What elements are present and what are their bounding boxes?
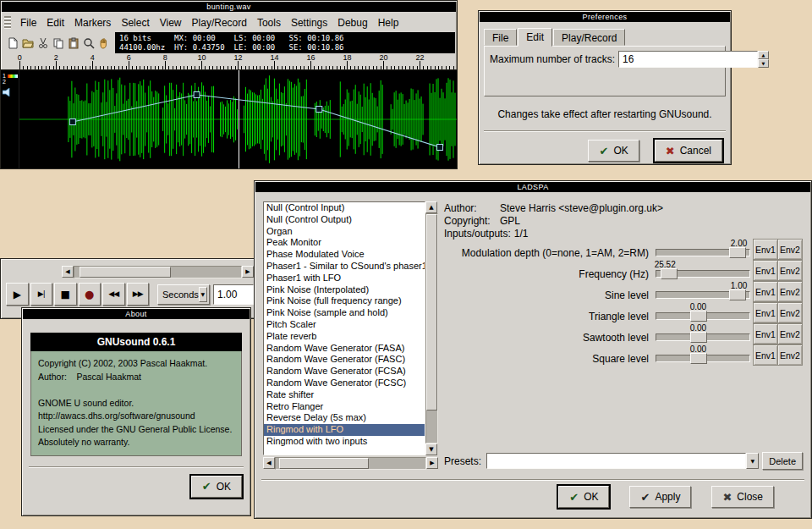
plugin-list-item[interactable]: Pink Noise (full frequency range) — [264, 295, 425, 307]
plugin-list-item[interactable]: Null (Control Input) — [264, 202, 425, 214]
env1-button[interactable]: Env1 — [753, 281, 778, 302]
scroll-right-button[interactable]: ▶ — [242, 266, 254, 278]
spin-down-button[interactable]: ▼ — [758, 59, 769, 68]
titlebar[interactable]: About — [23, 309, 250, 319]
plugin-list-item[interactable]: Reverse Delay (5s max) — [264, 412, 425, 424]
plugin-list-item[interactable]: Pink Noise (Interpolated) — [264, 284, 425, 296]
grab-button[interactable] — [96, 35, 111, 51]
titlebar[interactable]: Preferences — [480, 12, 730, 22]
plugin-list-item[interactable]: Retro Flanger — [264, 401, 425, 413]
spin-up-button[interactable]: ▲ — [758, 51, 769, 59]
close-button[interactable]: ✖Close — [711, 486, 774, 508]
plugin-list-item[interactable]: Null (Control Output) — [264, 214, 425, 226]
scroll-left-button[interactable]: ◀ — [62, 266, 74, 278]
scrollbar-thumb[interactable] — [426, 214, 437, 411]
scrollbar-trough[interactable] — [425, 213, 438, 444]
new-file-button[interactable] — [5, 35, 19, 51]
max-tracks-input[interactable] — [618, 51, 758, 68]
horizontal-scrollbar[interactable]: ◀ ▶ — [62, 266, 254, 278]
plugin-list-item[interactable]: Phase Modulated Voice — [264, 249, 425, 261]
step-input[interactable] — [213, 284, 254, 305]
envelope-handle[interactable] — [69, 119, 75, 125]
unit-select[interactable]: Seconds ▼ — [157, 284, 210, 305]
cancel-button[interactable]: ✖Cancel — [655, 140, 722, 162]
plugin-list-item[interactable]: Pitch Scaler — [264, 319, 425, 331]
ok-button[interactable]: ✔OK — [588, 140, 639, 162]
ok-button[interactable]: ✔OK — [558, 486, 609, 508]
slider-handle[interactable] — [690, 353, 707, 364]
plugin-list-item[interactable]: Phaser1 - Similar to CSound's phaser1 — [264, 261, 425, 273]
ok-button[interactable]: ✔OK — [191, 476, 242, 498]
fast-forward-button[interactable]: ▶▶ — [127, 283, 150, 306]
menu-item[interactable]: Settings — [286, 14, 332, 31]
paste-button[interactable] — [66, 35, 80, 51]
scrollbar-thumb[interactable] — [279, 458, 369, 469]
plugin-list-item[interactable]: Random Wave Generator (FASC) — [264, 354, 425, 366]
skip-to-end-button[interactable]: ▶| — [30, 283, 53, 306]
scroll-down-button[interactable]: ▼ — [425, 444, 437, 455]
speaker-icon[interactable] — [3, 88, 13, 96]
zoom-button[interactable] — [81, 35, 96, 51]
env1-button[interactable]: Env1 — [753, 260, 778, 281]
control-slider[interactable]: 0.00 — [656, 302, 750, 323]
menu-item[interactable]: Markers — [69, 14, 116, 31]
scrollbar-trough[interactable] — [275, 457, 426, 470]
plugin-list-item[interactable]: Ringmod with LFO — [264, 424, 425, 436]
slider-handle[interactable] — [690, 332, 707, 343]
control-slider[interactable]: 2.00 — [656, 239, 750, 260]
env1-button[interactable]: Env1 — [753, 302, 778, 323]
envelope-handle[interactable] — [437, 145, 443, 151]
control-slider[interactable]: 1.00 — [656, 281, 750, 302]
tab-play-record[interactable]: Play/Record — [553, 29, 625, 46]
titlebar[interactable]: LADSPA — [255, 182, 810, 192]
stop-button[interactable]: ■ — [54, 283, 77, 306]
plugin-list-item[interactable]: Plate reverb — [264, 331, 425, 343]
presets-combo[interactable]: ▼ — [486, 453, 759, 469]
plugin-list-item[interactable]: Organ — [264, 226, 425, 238]
presets-input[interactable] — [486, 453, 746, 469]
record-button[interactable]: ● — [79, 283, 102, 306]
env1-button[interactable]: Env1 — [753, 323, 778, 344]
control-slider[interactable]: 25.52 — [656, 260, 750, 281]
menu-item[interactable]: File — [15, 14, 41, 31]
env2-button[interactable]: Env2 — [777, 281, 803, 302]
envelope-handle[interactable] — [194, 92, 200, 98]
plugin-list-vertical-scrollbar[interactable]: ▲ ▼ — [425, 201, 438, 455]
plugin-list-item[interactable]: Random Wave Generator (FCSC) — [264, 377, 425, 389]
env2-button[interactable]: Env2 — [777, 323, 803, 344]
menu-item[interactable]: Edit — [41, 14, 69, 31]
scrollbar-trough[interactable] — [74, 266, 242, 278]
control-slider[interactable]: 0.00 — [656, 323, 750, 344]
presets-combo-arrow[interactable]: ▼ — [746, 453, 759, 469]
waveform-area[interactable]: 1 2 — [1, 70, 457, 168]
slider-handle[interactable] — [661, 268, 678, 279]
scroll-up-button[interactable]: ▲ — [425, 201, 437, 213]
plugin-list-item[interactable]: Ringmod with two inputs — [264, 436, 425, 448]
menu-item[interactable]: Select — [116, 14, 154, 31]
waveform-canvas[interactable] — [19, 70, 457, 168]
menu-item[interactable]: View — [155, 14, 187, 31]
slider-handle[interactable] — [729, 247, 746, 258]
plugin-list[interactable]: Null (Control Input)Null (Control Output… — [263, 201, 425, 455]
menu-item[interactable]: Play/Record — [187, 14, 252, 31]
tab-file[interactable]: File — [484, 29, 517, 46]
menu-item[interactable]: Debug — [332, 14, 372, 31]
plugin-list-item[interactable]: Phaser1 with LFO — [264, 273, 425, 284]
play-button[interactable]: ▶ — [6, 283, 29, 306]
plugin-list-horizontal-scrollbar[interactable]: ◀ ▶ — [263, 457, 438, 470]
envelope-handle[interactable] — [316, 107, 322, 113]
time-ruler[interactable]: 0246810121416182022 — [1, 53, 457, 70]
env1-button[interactable]: Env1 — [753, 239, 778, 260]
apply-button[interactable]: ✔Apply — [629, 486, 691, 508]
slider-handle[interactable] — [690, 311, 707, 322]
tab-edit[interactable]: Edit — [518, 28, 552, 47]
rewind-button[interactable]: ◀◀ — [102, 283, 125, 306]
scroll-right-button[interactable]: ▶ — [426, 457, 438, 469]
cut-button[interactable] — [36, 35, 50, 51]
env2-button[interactable]: Env2 — [777, 344, 803, 366]
menu-item[interactable]: Help — [373, 14, 404, 31]
env2-button[interactable]: Env2 — [777, 239, 803, 260]
plugin-list-item[interactable]: Pink Noise (sample and hold) — [264, 307, 425, 319]
open-file-button[interactable] — [20, 35, 35, 51]
scroll-left-button[interactable]: ◀ — [263, 457, 275, 469]
